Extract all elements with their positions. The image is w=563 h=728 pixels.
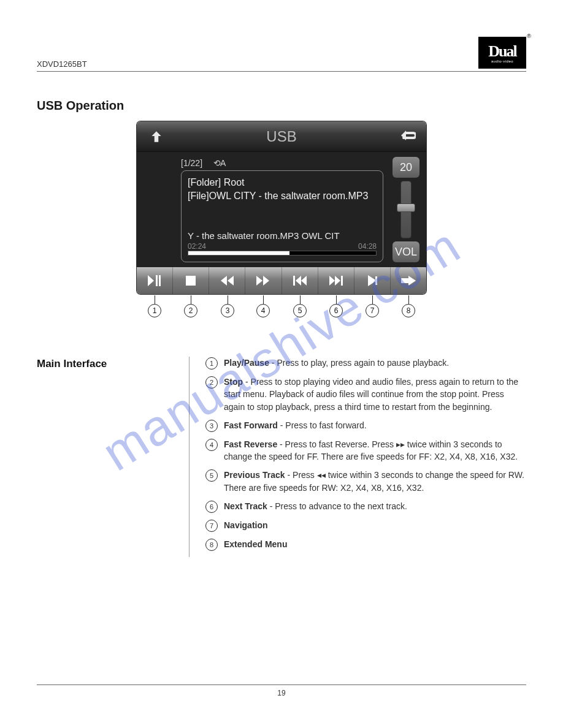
item-number: 5 xyxy=(205,469,218,482)
list-item: 1Play/Pause - Press to play, press again… xyxy=(205,357,526,370)
svg-rect-2 xyxy=(186,276,196,286)
callout-4: 4 xyxy=(256,304,270,317)
callout-1: 1 xyxy=(148,304,161,317)
item-body: Fast Reverse - Press to fast Reverse. Pr… xyxy=(224,438,526,463)
item-body: Next Track - Press to advance to the nex… xyxy=(224,500,407,512)
volume-value: 20 xyxy=(393,157,419,178)
callout-5: 5 xyxy=(293,304,307,317)
folder-line: [Folder] Root xyxy=(188,176,377,189)
volume-slider[interactable] xyxy=(401,181,411,238)
item-body: Play/Pause - Press to play, press again … xyxy=(224,357,449,369)
track-scroll: Y - the saltwater room.MP3 OWL CIT xyxy=(188,230,377,241)
item-body: Navigation xyxy=(224,519,268,531)
item-number: 4 xyxy=(205,439,218,451)
item-number: 8 xyxy=(205,539,218,551)
item-number: 7 xyxy=(205,520,218,532)
rewind-button[interactable] xyxy=(209,267,245,294)
callout-markers: 1 2 3 4 5 6 7 8 xyxy=(137,299,426,326)
callout-6: 6 xyxy=(329,304,343,317)
back-arrow-icon[interactable] xyxy=(393,126,420,148)
callout-8: 8 xyxy=(402,304,415,317)
svg-rect-4 xyxy=(341,276,343,286)
volume-label-button[interactable]: VOL xyxy=(393,241,419,262)
fast-forward-button[interactable] xyxy=(245,267,282,294)
stop-button[interactable] xyxy=(173,267,209,294)
item-number: 2 xyxy=(205,376,218,389)
next-track-button[interactable] xyxy=(318,267,354,294)
callout-2: 2 xyxy=(184,304,197,317)
svg-rect-3 xyxy=(293,276,295,286)
list-item: 7Navigation xyxy=(205,519,526,532)
description-list: 1Play/Pause - Press to play, press again… xyxy=(189,357,526,557)
play-pause-button[interactable] xyxy=(137,267,173,294)
screen-title: USB xyxy=(266,128,296,145)
callout-3: 3 xyxy=(221,304,234,317)
section-title: USB Operation xyxy=(37,99,526,113)
subsection-label: Main Interface xyxy=(37,357,189,557)
list-item: 3Fast Forward - Press to fast forward. xyxy=(205,419,526,432)
item-number: 3 xyxy=(205,420,218,432)
item-number: 1 xyxy=(205,357,218,370)
navigation-button[interactable] xyxy=(354,267,391,294)
control-bar xyxy=(137,267,426,294)
item-body: Stop - Press to stop playing video and a… xyxy=(224,376,526,413)
track-index: [1/22] xyxy=(181,158,202,168)
list-item: 2Stop - Press to stop playing video and … xyxy=(205,376,526,413)
svg-rect-5 xyxy=(375,276,377,285)
device-screen: USB [1/22] ⟲A [Folder] Root [File]OWL CI… xyxy=(137,121,426,294)
list-item: 6Next Track - Press to advance to the ne… xyxy=(205,500,526,513)
brand-logo: Dual audio·video xyxy=(478,37,526,69)
item-body: Fast Forward - Press to fast forward. xyxy=(224,419,367,431)
elapsed-time: 02:24 xyxy=(188,242,206,251)
callout-7: 7 xyxy=(366,304,379,317)
page-number: 19 xyxy=(37,684,526,697)
list-item: 8Extended Menu xyxy=(205,538,526,551)
svg-rect-6 xyxy=(401,278,408,283)
up-arrow-icon[interactable] xyxy=(143,126,170,148)
item-body: Extended Menu xyxy=(224,538,287,550)
progress-bar[interactable] xyxy=(188,251,377,256)
extended-menu-button[interactable] xyxy=(391,267,426,294)
item-body: Previous Track - Press ◂◂ twice within 3… xyxy=(224,469,526,494)
info-box: [Folder] Root [File]OWL CITY - the saltw… xyxy=(181,170,383,262)
prev-track-button[interactable] xyxy=(282,267,318,294)
svg-rect-1 xyxy=(159,275,161,286)
list-item: 4Fast Reverse - Press to fast Reverse. P… xyxy=(205,438,526,463)
repeat-icon: ⟲A xyxy=(213,158,225,168)
total-time: 04:28 xyxy=(358,242,377,251)
page-header: XDVD1265BT Dual audio·video xyxy=(37,37,526,72)
file-line: [File]OWL CITY - the saltwater room.MP3 xyxy=(188,189,377,203)
item-number: 6 xyxy=(205,501,218,513)
list-item: 5Previous Track - Press ◂◂ twice within … xyxy=(205,469,526,494)
svg-rect-0 xyxy=(156,275,158,286)
model-number: XDVD1265BT xyxy=(37,59,87,69)
